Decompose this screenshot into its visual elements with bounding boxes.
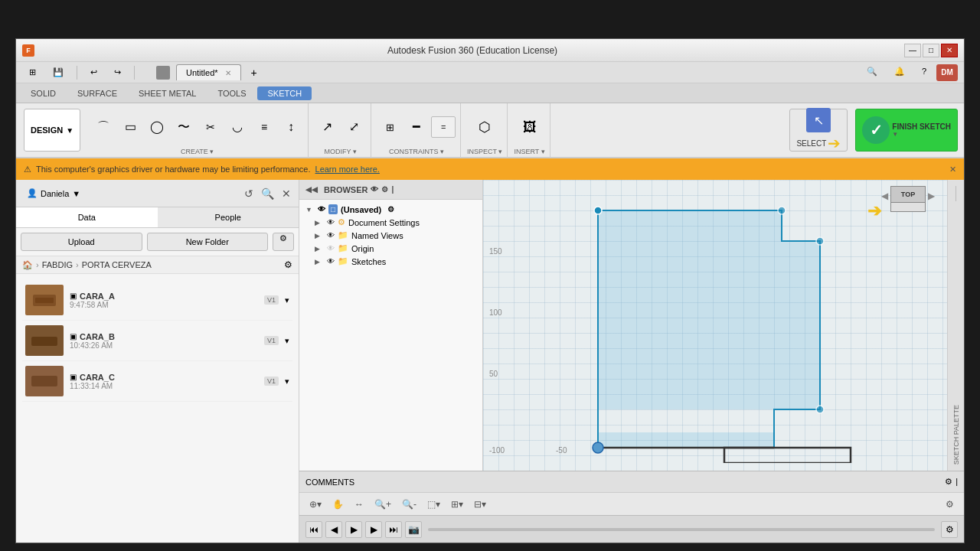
menu-undo[interactable]: ↩ [83, 65, 104, 80]
module-tab-sketch[interactable]: SKETCH [257, 86, 312, 100]
notification-link[interactable]: Learn more here. [315, 165, 380, 174]
modify-move-btn[interactable]: ↗ [315, 119, 339, 135]
people-tab[interactable]: People [158, 207, 299, 227]
cube-left-arrow[interactable]: ◀ [881, 191, 888, 201]
browser-expand-icon[interactable]: | [391, 185, 394, 194]
module-tab-surface[interactable]: SURFACE [67, 86, 127, 100]
create-fillet-btn[interactable]: ◡ [225, 119, 250, 135]
help[interactable]: ? [915, 64, 933, 81]
view-cube-container: TOP ◀ ▶ [890, 186, 926, 212]
file-time-cara-a: 9:47:58 AM [70, 301, 258, 309]
upload-button[interactable]: Upload [21, 233, 142, 251]
create-arc-btn[interactable]: ⌒ [91, 119, 116, 135]
zoom-in-btn[interactable]: 🔍+ [371, 497, 395, 512]
view-cube-top[interactable]: TOP [890, 186, 926, 203]
breadcrumb-home-icon[interactable]: 🏠 [22, 260, 33, 270]
snapping-btn[interactable]: ⊟▾ [470, 497, 490, 512]
browser-root-item[interactable]: ▼ 👁 □ (Unsaved) ⚙ [302, 203, 479, 216]
tree-unsaved-label: (Unsaved) [341, 205, 381, 214]
create-rect-btn[interactable]: ▭ [118, 119, 142, 135]
module-tab-solid[interactable]: SOLID [21, 86, 66, 100]
timeline-play[interactable]: ▶ [345, 521, 362, 538]
finish-sketch-label: FINISH SKETCH [892, 122, 951, 131]
help-search[interactable]: 🔍 [860, 64, 884, 81]
breadcrumb-settings-icon[interactable]: ⚙ [284, 259, 292, 270]
grid-toggle-btn[interactable]: ⊞▾ [447, 497, 467, 512]
close-button[interactable]: ✕ [941, 44, 958, 57]
modify-tools: ↗ ⤢ [315, 106, 366, 148]
browser-named-views[interactable]: ▶ 👁 📁 Named Views [302, 229, 479, 242]
user-button[interactable]: 👤 Daniela ▼ [22, 187, 85, 200]
view-cube-side[interactable] [890, 203, 926, 212]
create-pattern-btn[interactable]: ≡ [252, 119, 276, 135]
menu-app-grid[interactable]: ⊞ [22, 65, 43, 80]
refresh-button[interactable]: ↺ [243, 186, 255, 201]
cube-right-arrow[interactable]: ▶ [928, 191, 935, 201]
svg-point-10 [816, 237, 824, 245]
tab-close-icon[interactable]: ✕ [225, 69, 231, 77]
folder-settings-button[interactable]: ⚙ [273, 233, 294, 251]
new-folder-button[interactable]: New Folder [147, 233, 269, 251]
file-item-cara-a[interactable]: ▣ CARA_A 9:47:58 AM V1 ▾ [22, 280, 292, 321]
timeline-record[interactable]: 📷 [405, 521, 422, 538]
menu-save[interactable]: 💾 [46, 65, 70, 80]
browser-panel: ◀◀ BROWSER 👁 ⚙ | ▼ [299, 180, 483, 471]
minimize-button[interactable]: — [904, 44, 921, 57]
module-tab-tools[interactable]: TOOLS [207, 86, 256, 100]
create-circle-btn[interactable]: ◯ [145, 119, 169, 135]
canvas[interactable]: 150 100 50 -100 -50 [483, 180, 964, 471]
browser-vis-icon[interactable]: 👁 [371, 185, 378, 194]
pan-btn[interactable]: ↔ [351, 497, 368, 512]
constraints-horizontal-btn[interactable]: ━ [404, 119, 429, 135]
notifications[interactable]: 🔔 [887, 64, 912, 81]
timeline-settings-btn[interactable]: ⚙ [941, 521, 958, 538]
app-icon: F [22, 44, 34, 57]
user-avatar[interactable]: DM [936, 64, 958, 81]
constraints-equal-btn[interactable]: = [431, 116, 456, 138]
zoom-out-btn[interactable]: 🔍- [398, 497, 420, 512]
data-tab[interactable]: Data [16, 207, 158, 227]
browser-collapse-icon[interactable]: ◀◀ [305, 185, 318, 194]
document-tab[interactable]: Untitled* ✕ [176, 64, 241, 80]
maximize-button[interactable]: □ [923, 44, 939, 57]
create-spline-btn[interactable]: 〜 [172, 119, 196, 135]
modify-scale-btn[interactable]: ⤢ [341, 119, 366, 135]
file-item-cara-b[interactable]: ▣ CARA_B 10:43:26 AM V1 ▾ [22, 321, 292, 361]
module-tab-sheet-metal[interactable]: SHEET METAL [129, 86, 206, 100]
viewport-btn[interactable]: ⊕▾ [305, 497, 325, 512]
panel-search-button[interactable]: 🔍 [260, 186, 276, 201]
timeline-track[interactable] [428, 528, 935, 531]
browser-sketches[interactable]: ▶ 👁 📁 Sketches [302, 255, 479, 268]
select-yellow-arrow: ➔ [828, 134, 841, 152]
breadcrumb-fabdig[interactable]: FABDIG [42, 260, 73, 269]
new-tab-button[interactable]: + [247, 66, 261, 80]
menu-redo[interactable]: ↪ [107, 65, 128, 80]
orbit-btn[interactable]: ✋ [328, 497, 348, 512]
timeline-skip-back[interactable]: ⏮ [305, 521, 322, 538]
file-info-cara-a: ▣ CARA_A 9:47:58 AM [70, 292, 258, 309]
panel-close-button[interactable]: ✕ [280, 186, 292, 201]
display-mode-btn[interactable]: ⬚▾ [423, 497, 444, 512]
browser-doc-settings[interactable]: ▶ 👁 ⚙ Document Settings [302, 216, 479, 229]
comments-settings-icon[interactable]: | [956, 477, 958, 487]
insert-image-btn[interactable]: 🖼 [518, 118, 542, 136]
timeline-settings[interactable]: ⚙ [942, 497, 958, 512]
constraints-coincident-btn[interactable]: ⊞ [377, 120, 402, 135]
comments-expand-icon[interactable]: ⚙ [945, 477, 952, 487]
timeline-next[interactable]: ▶ [365, 521, 382, 538]
file-item-cara-c[interactable]: ▣ CARA_C 11:33:14 AM V1 ▾ [22, 361, 292, 402]
notification-close-icon[interactable]: ✕ [949, 165, 956, 174]
breadcrumb-folder[interactable]: PORTA CERVEZA [82, 260, 152, 269]
create-dimension-btn[interactable]: ↕ [279, 119, 303, 135]
timeline-skip-fwd[interactable]: ⏭ [385, 521, 402, 538]
browser-menu-icon[interactable]: ⚙ [381, 185, 388, 194]
inspect-measure-btn[interactable]: ⬡ [472, 118, 497, 136]
file-chevron-cara-a: ▾ [285, 295, 289, 305]
browser-tree: ▼ 👁 □ (Unsaved) ⚙ ▶ 👁 ⚙ D [299, 200, 482, 471]
create-trim-btn[interactable]: ✂ [198, 119, 223, 135]
select-button[interactable]: ↖ SELECT ➔ [789, 109, 848, 152]
finish-sketch-button[interactable]: ✓ FINISH SKETCH ▼ [855, 109, 958, 152]
timeline-prev[interactable]: ◀ [325, 521, 342, 538]
design-dropdown[interactable]: DESIGN ▼ [24, 109, 80, 152]
browser-origin[interactable]: ▶ 👁 📁 Origin [302, 242, 479, 255]
